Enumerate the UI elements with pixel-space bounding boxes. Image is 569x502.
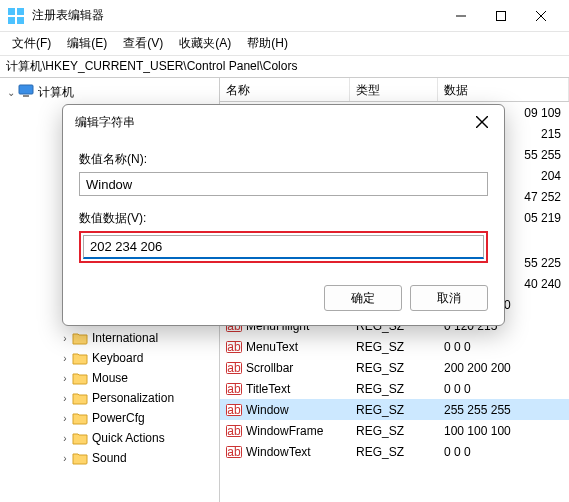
cell-type: REG_SZ [350,382,438,396]
list-row[interactable]: abScrollbarREG_SZ200 200 200 [220,357,569,378]
svg-text:ab: ab [227,361,241,375]
titlebar: 注册表编辑器 [0,0,569,32]
folder-icon [72,451,88,465]
cell-type: REG_SZ [350,403,438,417]
chevron-right-icon[interactable]: › [58,393,72,404]
svg-text:ab: ab [227,403,241,417]
tree-root[interactable]: ⌄ 计算机 [2,82,76,102]
value-data-label: 数值数据(V): [79,210,488,227]
list-row[interactable]: abWindowFrameREG_SZ100 100 100 [220,420,569,441]
value-data-field[interactable] [83,235,484,259]
string-value-icon: ab [226,402,242,418]
menu-edit[interactable]: 编辑(E) [59,33,115,54]
cell-data: 0 0 0 [438,445,569,459]
list-row[interactable]: abWindowTextREG_SZ0 0 0 [220,441,569,462]
cell-name: Window [246,403,289,417]
tree-item-label: Sound [92,451,127,465]
svg-rect-1 [17,8,24,15]
tree-item-label: Quick Actions [92,431,165,445]
computer-icon [18,84,34,101]
cancel-button[interactable]: 取消 [410,285,488,311]
string-value-icon: ab [226,423,242,439]
list-row[interactable]: abWindowREG_SZ255 255 255 [220,399,569,420]
string-value-icon: ab [226,381,242,397]
cell-name: MenuText [246,340,298,354]
menubar: 文件(F) 编辑(E) 查看(V) 收藏夹(A) 帮助(H) [0,32,569,56]
tree-item-label: Keyboard [92,351,143,365]
chevron-right-icon[interactable]: › [58,433,72,444]
list-row[interactable]: abMenuTextREG_SZ0 0 0 [220,336,569,357]
svg-rect-8 [19,85,33,94]
list-row[interactable]: abTitleTextREG_SZ0 0 0 [220,378,569,399]
menu-help[interactable]: 帮助(H) [239,33,296,54]
close-button[interactable] [521,2,561,30]
string-value-icon: ab [226,339,242,355]
col-type[interactable]: 类型 [350,78,438,101]
tree-item[interactable]: ›PowerCfg [56,408,147,428]
dialog-title-text: 编辑字符串 [75,114,472,131]
chevron-right-icon[interactable]: › [58,353,72,364]
svg-text:ab: ab [227,424,241,438]
menu-view[interactable]: 查看(V) [115,33,171,54]
svg-rect-5 [497,11,506,20]
edit-string-dialog: 编辑字符串 数值名称(N): 数值数据(V): 确定 取消 [62,104,505,326]
dialog-titlebar: 编辑字符串 [63,105,504,139]
col-data[interactable]: 数据 [438,78,569,101]
window-title: 注册表编辑器 [32,7,441,24]
chevron-right-icon[interactable]: › [58,373,72,384]
tree-item[interactable]: ›Personalization [56,388,176,408]
cell-data: 100 100 100 [438,424,569,438]
string-value-icon: ab [226,360,242,376]
svg-text:ab: ab [227,382,241,396]
tree-item[interactable]: ›Mouse [56,368,130,388]
cell-type: REG_SZ [350,361,438,375]
value-name-field[interactable] [79,172,488,196]
chevron-right-icon[interactable]: › [58,453,72,464]
cell-name: WindowFrame [246,424,323,438]
folder-icon [72,431,88,445]
svg-text:ab: ab [227,445,241,459]
string-value-icon: ab [226,444,242,460]
maximize-button[interactable] [481,2,521,30]
tree-item-label: Personalization [92,391,174,405]
cell-type: REG_SZ [350,340,438,354]
cell-name: WindowText [246,445,311,459]
dialog-close-button[interactable] [472,112,492,132]
folder-icon [72,371,88,385]
cell-type: REG_SZ [350,445,438,459]
cell-data: 200 200 200 [438,361,569,375]
app-icon [8,8,24,24]
svg-rect-0 [8,8,15,15]
ok-button[interactable]: 确定 [324,285,402,311]
col-name[interactable]: 名称 [220,78,350,101]
chevron-right-icon[interactable]: › [58,413,72,424]
tree-item[interactable]: ›Sound [56,448,129,468]
cell-name: Scrollbar [246,361,293,375]
list-header: 名称 类型 数据 [220,78,569,102]
address-bar[interactable]: 计算机\HKEY_CURRENT_USER\Control Panel\Colo… [0,56,569,78]
folder-icon [72,351,88,365]
tree-root-label: 计算机 [38,84,74,101]
value-name-label: 数值名称(N): [79,151,488,168]
menu-file[interactable]: 文件(F) [4,33,59,54]
svg-rect-2 [8,17,15,24]
cell-type: REG_SZ [350,424,438,438]
cell-name: TitleText [246,382,290,396]
tree-item-label: Mouse [92,371,128,385]
highlight-annotation [79,231,488,263]
menu-favorites[interactable]: 收藏夹(A) [171,33,239,54]
tree-item[interactable]: ›Keyboard [56,348,145,368]
cell-data: 0 0 0 [438,340,569,354]
tree-item-label: PowerCfg [92,411,145,425]
tree-item[interactable]: ›International [56,328,160,348]
chevron-down-icon[interactable]: ⌄ [4,87,18,98]
chevron-right-icon[interactable]: › [58,333,72,344]
folder-icon [72,391,88,405]
cell-data: 255 255 255 [438,403,569,417]
minimize-button[interactable] [441,2,481,30]
svg-text:ab: ab [227,340,241,354]
svg-rect-3 [17,17,24,24]
tree-item[interactable]: ›Quick Actions [56,428,167,448]
tree-item-label: International [92,331,158,345]
svg-rect-9 [23,95,29,97]
